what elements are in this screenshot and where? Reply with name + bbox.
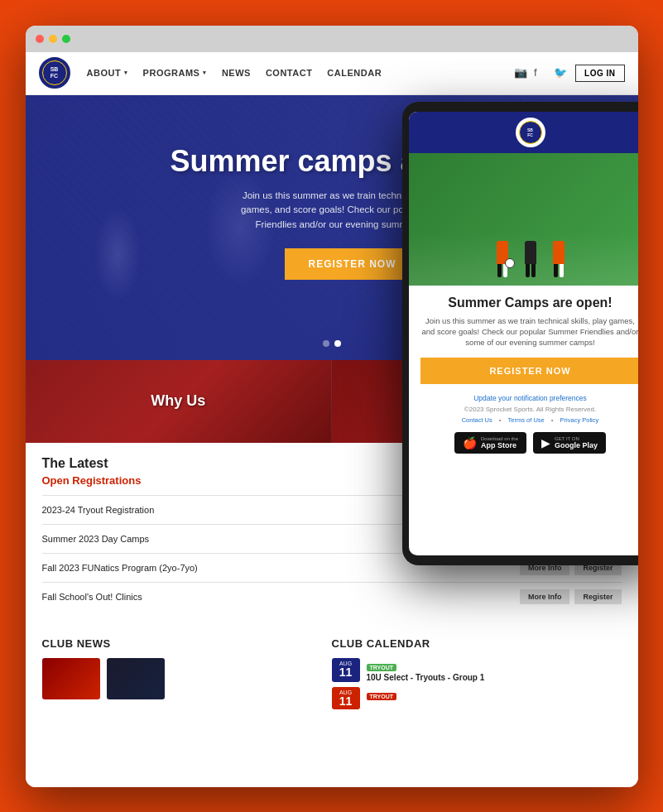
app-store-label: Download on the App Store [481,436,518,449]
leg-5 [554,264,558,277]
google-play-label: GET IT ON Google Play [555,436,598,449]
twitter-icon[interactable]: 🐦 [554,66,567,79]
figure-body-3 [553,241,565,264]
nav-links: ABOUT ▾ PROGRAMS ▾ NEWS COnTAct CALENDAR [87,68,515,78]
figure-legs-2 [526,264,536,277]
tablet-nav: SBFC [409,112,638,153]
leg-1 [497,264,502,277]
news-thumbnail-2[interactable] [107,658,165,699]
leg-4 [531,264,536,277]
nav-programs[interactable]: PROGRAMS ▾ [143,68,207,78]
more-info-button-4[interactable]: More Info [520,589,570,604]
bottom-row: CLUB NEWS Club Calendar AUG [26,624,638,728]
club-news-title: CLUB NEWS [42,637,332,650]
calendar-entry-1: AUG 11 TRYOUT 10U Select - Tryouts - Gro… [332,658,622,682]
why-us-label: Why Us [151,392,205,410]
browser-dot-close[interactable] [36,35,44,43]
nav-about[interactable]: ABOUT ▾ [87,68,128,78]
tablet-footer-links: Contact Us • Terms of Use • Privacy Poli… [420,416,638,424]
tablet-logo-inner: SBFC [519,121,542,144]
news-thumbnail-1[interactable] [42,658,100,699]
nav-contact[interactable]: COnTAct [266,68,312,78]
logo[interactable]: SBFC [39,57,70,89]
terms-link[interactable]: Terms of Use [508,416,545,424]
tablet-logo-text: SBFC [527,127,533,137]
reg-buttons-4: More Info Register [520,589,622,604]
figure-legs-3 [554,264,564,277]
tablet-screen: SBFC [409,112,638,555]
news-image-2 [107,658,165,699]
figure-1 [497,241,508,277]
hero-dot-2[interactable] [334,340,341,347]
contact-us-link[interactable]: Contact Us [462,416,492,424]
news-image-1 [42,658,100,699]
nav-news[interactable]: NEWS [222,68,251,78]
browser-content: SBFC ABOUT ▾ PROGRAMS ▾ NEWS [26,52,638,787]
tablet-camp-desc: Join us this summer as we train technica… [420,315,638,348]
browser-window: SBFC ABOUT ▾ PROGRAMS ▾ NEWS [26,26,638,787]
tablet-camp-title: Summer Camps are open! [420,295,638,310]
logo-inner: SBFC [42,60,67,85]
cal-badge-2: TRYOUT [367,693,397,700]
figure-body-1 [497,241,508,264]
cal-day-2: 11 [334,695,358,707]
chevron-down-icon: ▾ [203,70,207,76]
app-store-button[interactable]: 🍎 Download on the App Store [454,432,526,454]
tablet-register-button[interactable]: REGISTER NOW [420,358,638,384]
privacy-link[interactable]: Privacy Policy [560,416,599,424]
table-row: Fall School's Out! Clinics More Info Reg… [42,582,622,611]
browser-dot-minimize[interactable] [49,35,57,43]
calendar-entry-2: AUG 11 TRYOUT [332,687,622,709]
cal-info-2: TRYOUT [367,687,397,709]
cal-badge-1: TRYOUT [367,664,397,671]
browser-chrome [26,26,638,52]
hero-dot-1[interactable] [323,340,329,347]
club-news-section: CLUB NEWS [42,637,332,714]
register-button-4[interactable]: Register [574,589,621,604]
nav-calendar[interactable]: CALENDAR [327,68,382,78]
tablet-copyright: ©2023 Sprocket Sports. All Rights Reserv… [420,406,638,413]
nav: SBFC ABOUT ▾ PROGRAMS ▾ NEWS [26,52,638,95]
social-icons: 📷 f 🐦 [514,66,567,79]
nav-right: 📷 f 🐦 LOG IN [514,65,624,82]
hero-dots [323,340,341,347]
leg-6 [560,264,564,277]
club-calendar-section: Club Calendar AUG 11 TRYOUT 10U Select -… [332,637,622,714]
apple-icon: 🍎 [463,436,477,449]
soccer-ball [505,258,515,268]
logo-text: SBFC [50,66,59,79]
app-buttons-row: 🍎 Download on the App Store ▶ GET IT ON … [420,432,638,454]
cal-title-1: 10U Select - Tryouts - Group 1 [367,673,485,682]
why-us-card[interactable]: Why Us [26,360,332,443]
tablet-update-link[interactable]: Update your notification preferences [420,394,638,402]
reg-name-4: Fall School's Out! Clinics [42,592,520,602]
browser-dot-fullscreen[interactable] [62,35,70,43]
tablet-logo: SBFC [516,118,545,147]
instagram-icon[interactable]: 📷 [514,66,527,79]
figure-body-2 [525,241,536,264]
calendar-date-2: AUG 11 [332,687,360,709]
tablet-body: Summer Camps are open! Join us this summ… [409,286,638,555]
leg-3 [526,264,530,277]
soccer-scene [497,241,565,277]
figure-3 [553,241,565,277]
figure-2 [525,241,536,277]
tablet-overlay: SBFC [402,102,638,565]
calendar-title: Club Calendar [332,637,622,650]
news-images [42,658,332,699]
google-play-button[interactable]: ▶ GET IT ON Google Play [533,432,606,454]
tablet-hero-image [409,153,638,286]
chevron-down-icon: ▾ [124,70,128,76]
register-button[interactable]: REGISTER NOW [285,248,419,280]
google-play-icon: ▶ [541,436,550,449]
facebook-icon[interactable]: f [534,66,547,79]
calendar-date-1: AUG 11 [332,658,360,682]
cal-info-1: TRYOUT 10U Select - Tryouts - Group 1 [367,658,485,682]
cal-day-1: 11 [334,666,358,678]
login-button[interactable]: LOG IN [575,65,624,82]
